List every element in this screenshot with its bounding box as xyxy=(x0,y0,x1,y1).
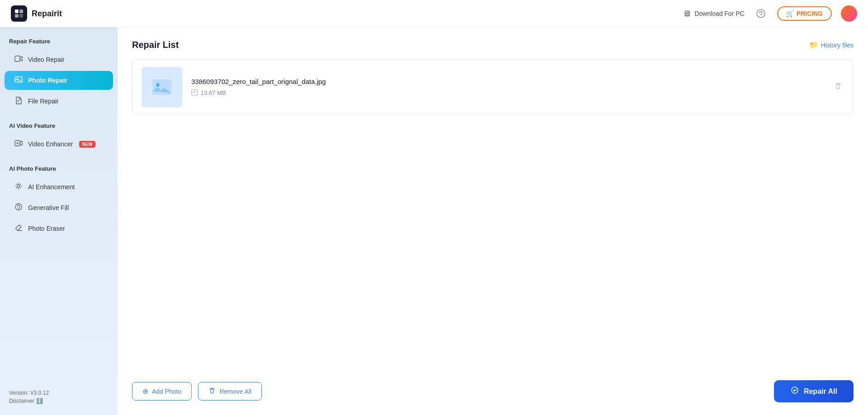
info-icon: ℹ️ xyxy=(36,398,43,404)
logo-text: Repairit xyxy=(32,9,62,19)
sidebar: Repair Feature Video Repair Photo Repair xyxy=(0,27,118,415)
file-name: 3386093702_zero_tail_part_orignal_data.j… xyxy=(191,78,844,85)
header-actions: 🖥 Download For PC 🛒 PRICING xyxy=(683,5,857,22)
svg-rect-2 xyxy=(15,14,19,18)
sidebar-item-label-file-repair: File Repair xyxy=(28,98,59,105)
sidebar-item-label-photo-eraser: Photo Eraser xyxy=(28,225,65,232)
content-area: Repair List 📁 History files 3386093702_z… xyxy=(118,27,868,415)
video-enhancer-icon xyxy=(14,139,24,149)
add-photo-button[interactable]: ⊕ Add Photo xyxy=(132,382,192,401)
trash-icon-btn xyxy=(208,387,216,396)
pricing-button[interactable]: 🛒 PRICING xyxy=(777,6,832,21)
headset-icon xyxy=(756,9,766,19)
file-size-icon xyxy=(191,89,198,97)
svg-point-4 xyxy=(757,9,765,18)
photo-repair-icon xyxy=(14,75,24,85)
sidebar-item-file-repair[interactable]: File Repair xyxy=(5,92,113,111)
avatar[interactable] xyxy=(841,5,857,22)
sidebar-item-label-ai-enhancement: AI Enhancement xyxy=(28,183,75,191)
svg-point-10 xyxy=(17,185,20,187)
new-badge: NEW xyxy=(79,141,95,148)
remove-all-label: Remove All xyxy=(219,388,251,395)
content-header: Repair List 📁 History files xyxy=(132,40,854,50)
remove-all-button[interactable]: Remove All xyxy=(198,382,262,401)
sidebar-item-generative-fill[interactable]: Generative Fill xyxy=(5,198,113,217)
sidebar-section-repair-feature: Repair Feature xyxy=(0,38,118,49)
svg-point-5 xyxy=(760,15,761,16)
sidebar-item-photo-eraser[interactable]: Photo Eraser xyxy=(5,219,113,238)
repair-all-label: Repair All xyxy=(804,387,837,396)
bottom-toolbar: ⊕ Add Photo Remove All xyxy=(132,371,854,402)
delete-file-button[interactable] xyxy=(832,80,844,94)
add-photo-label: Add Photo xyxy=(152,388,181,395)
svg-point-13 xyxy=(156,83,160,87)
download-pc-button[interactable]: 🖥 Download For PC xyxy=(683,9,745,19)
monitor-icon: 🖥 xyxy=(683,9,691,19)
file-info: 3386093702_zero_tail_part_orignal_data.j… xyxy=(191,78,844,97)
version-text: Version: V3.0.12 xyxy=(9,390,108,396)
sidebar-item-label-photo-repair: Photo Repair xyxy=(28,77,67,84)
file-thumbnail xyxy=(142,67,182,107)
file-thumb-icon xyxy=(151,76,173,98)
sidebar-item-label-video-enhancer: Video Enhancer xyxy=(28,140,73,148)
repair-icon xyxy=(790,386,799,397)
sidebar-item-video-repair[interactable]: Video Repair xyxy=(5,50,113,69)
sidebar-item-label-video-repair: Video Repair xyxy=(28,56,65,63)
page-title: Repair List xyxy=(132,40,179,50)
sidebar-item-ai-enhancement[interactable]: AI Enhancement xyxy=(5,177,113,196)
history-files-label: History files xyxy=(821,42,854,49)
logo-icon xyxy=(11,5,27,22)
repair-list: 3386093702_zero_tail_part_orignal_data.j… xyxy=(132,59,854,371)
repair-all-button[interactable]: Repair All xyxy=(774,380,854,402)
trash-icon xyxy=(834,82,842,90)
folder-icon: 📁 xyxy=(809,41,818,49)
file-card: 3386093702_zero_tail_part_orignal_data.j… xyxy=(132,59,854,115)
sidebar-section-ai-video: AI Video Feature xyxy=(0,122,118,134)
sidebar-section-ai-photo: AI Photo Feature xyxy=(0,165,118,177)
ai-enhancement-icon xyxy=(14,182,24,192)
pricing-label: PRICING xyxy=(797,10,823,17)
sidebar-item-photo-repair[interactable]: Photo Repair xyxy=(5,71,113,90)
photo-eraser-icon xyxy=(14,224,24,233)
main-layout: Repair Feature Video Repair Photo Repair xyxy=(0,27,868,415)
cart-icon: 🛒 xyxy=(786,10,794,17)
app-header: Repairit 🖥 Download For PC 🛒 PRICING xyxy=(0,0,868,27)
svg-rect-0 xyxy=(15,9,19,13)
svg-rect-6 xyxy=(15,56,20,61)
history-files-link[interactable]: 📁 History files xyxy=(809,41,854,49)
bottom-left-buttons: ⊕ Add Photo Remove All xyxy=(132,382,262,401)
logo: Repairit xyxy=(11,5,62,22)
file-size: 13.67 MB xyxy=(201,89,226,96)
sidebar-item-video-enhancer[interactable]: Video Enhancer NEW xyxy=(5,135,113,154)
video-repair-icon xyxy=(14,55,24,65)
add-icon: ⊕ xyxy=(142,387,148,396)
svg-rect-3 xyxy=(19,14,23,18)
help-button[interactable] xyxy=(754,6,768,21)
sidebar-footer: Version: V3.0.12 Disclaimer ℹ️ xyxy=(0,382,118,408)
disclaimer-text[interactable]: Disclaimer ℹ️ xyxy=(9,398,108,404)
file-repair-icon xyxy=(14,96,24,106)
svg-rect-1 xyxy=(19,9,23,13)
generative-fill-icon xyxy=(14,203,24,213)
sidebar-item-label-generative-fill: Generative Fill xyxy=(28,204,69,211)
file-size-row: 13.67 MB xyxy=(191,89,844,97)
download-pc-label: Download For PC xyxy=(694,10,745,17)
